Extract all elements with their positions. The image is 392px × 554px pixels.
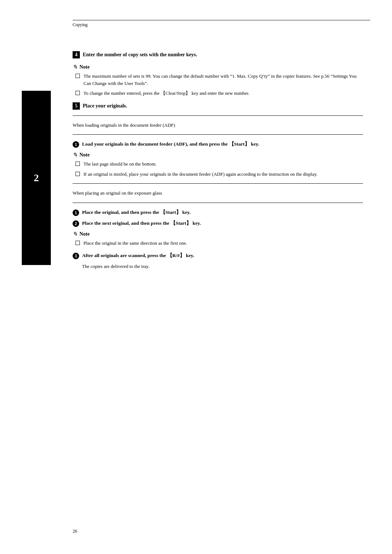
checkbox-icon-adf-2: [75, 172, 80, 176]
checkbox-icon-glass-1: [75, 241, 80, 245]
checkbox-icon-1: [75, 74, 80, 78]
step5-number: 5: [73, 102, 80, 110]
glass-substep-1-text: Place the original, and then press the 【…: [82, 209, 191, 216]
page-number: 26: [73, 528, 77, 534]
adf-note-label: Note: [79, 152, 90, 158]
step4-title: Enter the number of copy sets with the n…: [83, 51, 197, 58]
adf-note-text-2: If an original is misfed, place your ori…: [83, 171, 318, 178]
glass-substep-3: 3 After all originals are scanned, press…: [73, 252, 363, 259]
divider-3: [73, 183, 363, 184]
main-content: 4 Enter the number of copy sets with the…: [73, 51, 363, 270]
adf-substep-1-text: Load your originals in the document feed…: [82, 140, 259, 148]
adf-note-heading: ✎ Note: [73, 151, 363, 158]
adf-substep-1: 1 Load your originals in the document fe…: [73, 140, 363, 148]
checkbox-icon-2: [75, 91, 80, 95]
glass-circle-3: 3: [73, 253, 79, 259]
glass-substep-3-text: After all originals are scanned, press t…: [82, 252, 194, 259]
note-icon-glass: ✎: [73, 231, 77, 237]
step4-note-item-2: To change the number entered, press the …: [73, 90, 363, 97]
glass-substep-2-text: Place the next original, and then press …: [82, 220, 201, 227]
adf-note-text-1: The last page should be on the bottom.: [83, 160, 156, 168]
adf-circle-1: 1: [73, 141, 79, 148]
glass-note-heading: ✎ Note: [73, 231, 363, 237]
glass-note-item-1: Place the original in the same direction…: [73, 240, 363, 247]
adf-note: ✎ Note The last page should be on the bo…: [73, 151, 363, 178]
glass-note: ✎ Note Place the original in the same di…: [73, 231, 363, 247]
adf-note-item-1: The last page should be on the bottom.: [73, 160, 363, 168]
step4-note-item-1: The maximum number of sets is 99. You ca…: [73, 73, 363, 87]
glass-circle-2: 2: [73, 220, 79, 227]
glass-intro: When placing an original on the exposure…: [73, 190, 363, 197]
page-container: Copying 2 4 Enter the number of copy set…: [0, 0, 392, 554]
glass-note-text-1: Place the original in the same direction…: [83, 240, 187, 247]
step4-note-heading: ✎ Note: [73, 64, 363, 70]
header-bar: Copying: [73, 20, 370, 28]
step4-heading: 4 Enter the number of copy sets with the…: [73, 51, 363, 58]
side-tab-number: 2: [34, 172, 39, 184]
note-icon: ✎: [73, 64, 77, 70]
divider-1: [73, 115, 363, 116]
step4-note-text-2: To change the number entered, press the …: [83, 90, 249, 97]
checkbox-icon-adf-1: [75, 162, 80, 166]
step4-note-text-1: The maximum number of sets is 99. You ca…: [83, 73, 363, 87]
glass-note-label: Note: [79, 231, 90, 237]
adf-note-item-2: If an original is misfed, place your ori…: [73, 171, 363, 178]
closing-text: The copies are delivered to the tray.: [73, 263, 363, 270]
step4-number: 4: [73, 51, 80, 58]
step5-title: Place your originals.: [83, 102, 127, 110]
glass-circle-1: 1: [73, 209, 79, 216]
step4-note-label: Note: [79, 64, 90, 70]
adf-intro: When loading originals in the document f…: [73, 122, 363, 129]
divider-4: [73, 203, 363, 203]
header-text: Copying: [73, 22, 87, 27]
note-icon-adf: ✎: [73, 151, 77, 158]
step4-note: ✎ Note The maximum number of sets is 99.…: [73, 64, 363, 97]
side-tab: 2: [22, 91, 51, 265]
divider-2: [73, 134, 363, 135]
glass-substep-2: 2 Place the next original, and then pres…: [73, 220, 363, 227]
glass-substep-1: 1 Place the original, and then press the…: [73, 209, 363, 216]
step5-heading: 5 Place your originals.: [73, 102, 363, 110]
